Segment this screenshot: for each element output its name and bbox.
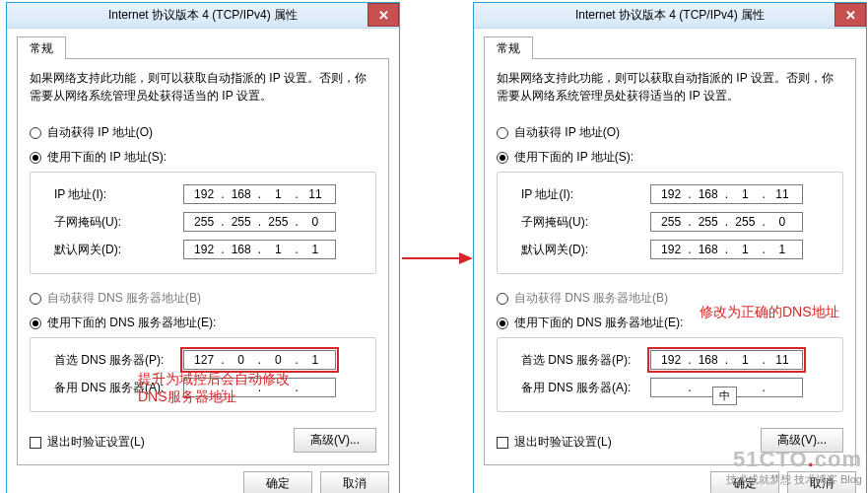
label-mask: 子网掩码(U):	[507, 214, 650, 231]
tcpip-properties-dialog-right: Internet 协议版本 4 (TCP/IPv4) 属性 ✕ 常规 如果网络支…	[473, 2, 867, 493]
annotation-right: 修改为正确的DNS地址	[700, 303, 839, 320]
tab-panel-general: 如果网络支持此功能，则可以获取自动指派的 IP 设置。否则，你需要从网络系统管理…	[484, 58, 856, 465]
preferred-dns-input[interactable]: 192. 168. 1. 11	[650, 350, 803, 370]
ip-address-input[interactable]: 192. 168. 1. 11	[650, 184, 803, 204]
label-dns2: 备用 DNS 服务器(A):	[507, 380, 650, 396]
checkbox-label: 退出时验证设置(L)	[47, 434, 145, 451]
label-ip: IP 地址(I):	[40, 186, 183, 203]
titlebar[interactable]: Internet 协议版本 4 (TCP/IPv4) 属性 ✕	[474, 3, 866, 29]
radio-auto-dns: 自动获得 DNS 服务器地址(B)	[30, 286, 376, 311]
description-text: 如果网络支持此功能，则可以获取自动指派的 IP 设置。否则，你需要从网络系统管理…	[30, 69, 376, 105]
radio-label: 使用下面的 IP 地址(S):	[514, 149, 634, 166]
label-gateway: 默认网关(D):	[507, 242, 650, 258]
cancel-button[interactable]: 取消	[320, 471, 389, 493]
dns-settings-group: 首选 DNS 服务器(P): 192. 168. 1. 11 备用 DNS 服务…	[497, 337, 843, 412]
svg-marker-1	[459, 252, 473, 264]
tab-general[interactable]: 常规	[17, 36, 66, 59]
radio-icon	[497, 317, 508, 329]
gateway-input[interactable]: 192. 168. 1. 1	[650, 240, 803, 259]
tabs: 常规	[484, 35, 856, 58]
label-mask: 子网掩码(U):	[40, 214, 183, 231]
row-dns2: 备用 DNS 服务器(A): . . .	[507, 374, 833, 401]
checkbox-label: 退出时验证设置(L)	[514, 434, 612, 451]
dialog-body: 常规 如果网络支持此功能，则可以获取自动指派的 IP 设置。否则，你需要从网络系…	[7, 29, 399, 493]
radio-label: 自动获得 DNS 服务器地址(B)	[514, 290, 668, 307]
tabs: 常规	[17, 35, 389, 58]
description-text: 如果网络支持此功能，则可以获取自动指派的 IP 设置。否则，你需要从网络系统管理…	[497, 69, 843, 105]
watermark: 51CTO.com 技术成就梦想 技术博客 Blog	[726, 447, 862, 487]
radio-icon	[30, 127, 41, 139]
row-ip: IP 地址(I): 192. 168. 1. 11	[507, 180, 833, 208]
row-gateway: 默认网关(D): 192. 168. 1. 1	[40, 236, 366, 263]
subnet-mask-input[interactable]: 255. 255. 255. 0	[650, 212, 803, 232]
ok-button[interactable]: 确定	[243, 471, 312, 493]
radio-label: 自动获得 IP 地址(O)	[47, 124, 153, 141]
dialog-title: Internet 协议版本 4 (TCP/IPv4) 属性	[575, 7, 765, 24]
preferred-dns-input[interactable]: 127. 0. 0. 1	[183, 350, 336, 370]
row-ip: IP 地址(I): 192. 168. 1. 11	[40, 180, 366, 208]
label-dns1: 首选 DNS 服务器(P):	[40, 352, 183, 369]
dialog-title: Internet 协议版本 4 (TCP/IPv4) 属性	[108, 7, 298, 24]
radio-icon	[30, 317, 41, 329]
close-button[interactable]: ✕	[367, 3, 399, 27]
close-icon: ✕	[845, 9, 856, 22]
radio-manual-ip[interactable]: 使用下面的 IP 地址(S):	[497, 145, 843, 170]
checkbox-icon	[30, 437, 41, 449]
subnet-mask-input[interactable]: 255. 255. 255. 0	[183, 212, 336, 232]
radio-label: 使用下面的 DNS 服务器地址(E):	[514, 315, 683, 331]
label-gateway: 默认网关(D):	[40, 242, 183, 258]
close-button[interactable]: ✕	[835, 3, 866, 27]
label-ip: IP 地址(I):	[507, 186, 650, 203]
dialog-buttons: 确定 取消	[17, 471, 389, 493]
radio-label: 使用下面的 IP 地址(S):	[47, 149, 167, 166]
radio-auto-ip[interactable]: 自动获得 IP 地址(O)	[497, 120, 843, 145]
radio-label: 自动获得 DNS 服务器地址(B)	[47, 290, 201, 307]
annotation-left: 提升为域控后会自动修改 DNS服务器地址	[138, 370, 290, 405]
advanced-button[interactable]: 高级(V)...	[294, 428, 376, 453]
gateway-input[interactable]: 192. 168. 1. 1	[183, 240, 336, 259]
radio-icon	[497, 127, 508, 139]
titlebar[interactable]: Internet 协议版本 4 (TCP/IPv4) 属性 ✕	[7, 3, 399, 29]
validate-on-exit-checkbox[interactable]: 退出时验证设置(L)	[497, 434, 612, 451]
ip-address-input[interactable]: 192. 168. 1. 11	[183, 184, 336, 204]
radio-icon	[30, 152, 41, 164]
ime-badge: 中	[712, 387, 737, 405]
tcpip-properties-dialog-left: Internet 协议版本 4 (TCP/IPv4) 属性 ✕ 常规 如果网络支…	[6, 2, 400, 493]
radio-label: 自动获得 IP 地址(O)	[514, 124, 620, 141]
ip-settings-group: IP 地址(I): 192. 168. 1. 11 子网掩码(U): 255. …	[30, 172, 376, 274]
row-gateway: 默认网关(D): 192. 168. 1. 1	[507, 236, 833, 263]
row-mask: 子网掩码(U): 255. 255. 255. 0	[40, 208, 366, 236]
row-dns1: 首选 DNS 服务器(P): 192. 168. 1. 11	[507, 346, 833, 374]
radio-auto-ip[interactable]: 自动获得 IP 地址(O)	[30, 120, 376, 145]
arrow-icon	[402, 251, 473, 265]
row-mask: 子网掩码(U): 255. 255. 255. 0	[507, 208, 833, 236]
radio-icon	[30, 293, 41, 305]
validate-on-exit-checkbox[interactable]: 退出时验证设置(L)	[30, 434, 145, 451]
dialog-body: 常规 如果网络支持此功能，则可以获取自动指派的 IP 设置。否则，你需要从网络系…	[474, 29, 866, 493]
radio-icon	[497, 152, 508, 164]
radio-manual-dns[interactable]: 使用下面的 DNS 服务器地址(E):	[30, 311, 376, 335]
radio-manual-ip[interactable]: 使用下面的 IP 地址(S):	[30, 145, 376, 170]
radio-icon	[497, 293, 508, 305]
label-dns1: 首选 DNS 服务器(P):	[507, 352, 650, 369]
radio-label: 使用下面的 DNS 服务器地址(E):	[47, 315, 216, 331]
close-icon: ✕	[378, 9, 389, 22]
ip-settings-group: IP 地址(I): 192. 168. 1. 11 子网掩码(U): 255. …	[497, 172, 843, 274]
tab-general[interactable]: 常规	[484, 36, 533, 59]
checkbox-icon	[497, 437, 508, 449]
